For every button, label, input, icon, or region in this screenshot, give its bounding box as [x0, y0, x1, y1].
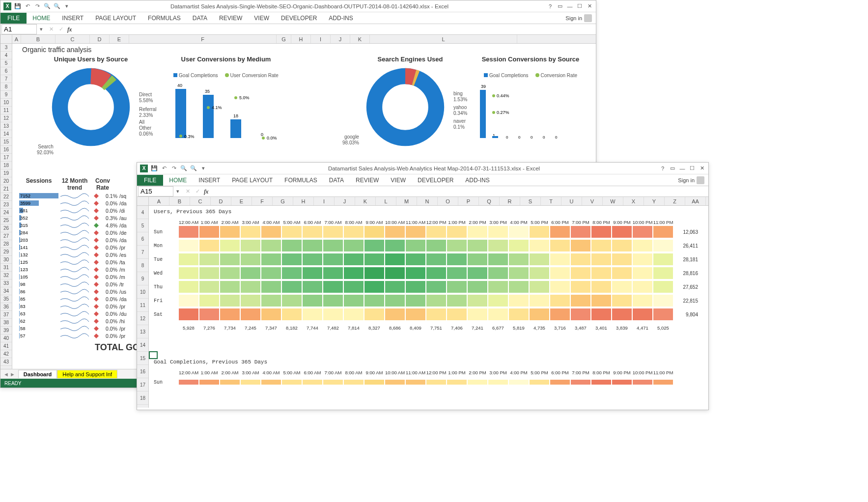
redo-icon[interactable]: ↷: [170, 165, 177, 172]
tab-view[interactable]: VIEW: [248, 13, 275, 24]
tab-page-layout[interactable]: PAGE LAYOUT: [89, 13, 142, 24]
ribbon-collapse-icon[interactable]: ▭: [668, 165, 677, 172]
sessions-table: Sessions 12 Month trend Conv Rate 71520.…: [19, 176, 136, 339]
close-icon[interactable]: ✕: [585, 2, 594, 10]
heatmap-row: Tue28,181: [154, 252, 698, 266]
svg-text:0.44%: 0.44%: [497, 93, 509, 98]
name-box-2[interactable]: [138, 186, 173, 196]
svg-text:4.1%: 4.1%: [212, 105, 222, 110]
tab-review[interactable]: REVIEW: [213, 13, 248, 24]
name-box[interactable]: [1, 24, 37, 34]
tab-next-icon[interactable]: ►: [10, 371, 15, 377]
svg-text:0: 0: [555, 135, 558, 139]
tab-developer[interactable]: DEVELOPER: [275, 13, 323, 24]
enter-formula-icon[interactable]: ✓: [194, 188, 201, 195]
tab-addins[interactable]: ADD-INS: [323, 13, 359, 24]
redo-icon[interactable]: ↷: [34, 3, 41, 10]
tab-developer[interactable]: DEVELOPER: [412, 175, 459, 186]
tab-formulas[interactable]: FORMULAS: [142, 13, 187, 24]
sheet-tab-dashboard[interactable]: Dashboard: [18, 370, 57, 378]
undo-icon[interactable]: ↶: [24, 3, 31, 10]
column-headers-2[interactable]: ABCDEFGHIJKLMNOPQRSTUVWXYZAA: [137, 197, 708, 206]
zoom-in-icon[interactable]: 🔍: [54, 3, 60, 10]
tab-page-layout[interactable]: PAGE LAYOUT: [226, 175, 279, 186]
enter-formula-icon[interactable]: ✓: [57, 26, 64, 33]
session-row: 580.0%/pr: [19, 325, 136, 332]
tab-prev-icon[interactable]: ◄: [3, 371, 9, 377]
tab-file[interactable]: FILE: [137, 175, 163, 186]
svg-point-7: [207, 106, 210, 109]
tab-home[interactable]: HOME: [163, 175, 193, 186]
close-icon[interactable]: ✕: [698, 165, 706, 172]
session-row: 3520.3%/au: [19, 214, 136, 222]
ribbon-tabs: FILE HOME INSERT PAGE LAYOUT FORMULAS DA…: [0, 12, 596, 24]
excel-logo-icon: X: [3, 2, 11, 10]
session-row: 620.0%/hi: [19, 317, 136, 325]
heatmap-row: Sun12,063: [154, 225, 698, 239]
svg-text:0.3%: 0.3%: [184, 134, 195, 139]
zoom-in-icon[interactable]: 🔍: [190, 165, 197, 172]
ribbon-collapse-icon[interactable]: ▭: [556, 2, 564, 10]
svg-text:40: 40: [177, 83, 182, 88]
tab-data[interactable]: DATA: [323, 175, 350, 186]
formula-input[interactable]: [75, 26, 593, 33]
svg-text:0: 0: [518, 135, 521, 139]
formula-input-2[interactable]: [211, 188, 705, 195]
save-icon[interactable]: 💾: [151, 165, 158, 172]
tab-file[interactable]: FILE: [0, 13, 27, 24]
title-bar-2: X 💾 ↶ ↷ 🔍 🔍 ▾ Datamartist Sales Analysis…: [137, 163, 708, 174]
cancel-formula-icon[interactable]: ✕: [48, 26, 55, 33]
heatmap-row: Mon26,411: [154, 239, 698, 252]
session-row: 570.0%/pr: [19, 332, 136, 339]
chart-title-bars1: User Conversions by Medium: [165, 56, 287, 63]
save-icon[interactable]: 💾: [14, 3, 21, 10]
worksheet-2[interactable]: Users, Previous 365 Days 12:00 AM1:00 AM…: [149, 206, 708, 408]
name-dropdown-icon[interactable]: ▾: [174, 188, 181, 195]
tab-formulas[interactable]: FORMULAS: [279, 175, 323, 186]
tab-addins[interactable]: ADD-INS: [459, 175, 495, 186]
maximize-icon[interactable]: ☐: [575, 2, 584, 10]
column-headers[interactable]: ABCDEFGHIJKL: [0, 35, 596, 44]
session-row: 860.0%/us: [19, 288, 136, 295]
svg-text:0: 0: [543, 135, 545, 139]
name-dropdown-icon[interactable]: ▾: [38, 26, 45, 33]
row-headers[interactable]: 3456789101112131415161718192021222324252…: [0, 44, 12, 377]
session-row: 830.0%/pr: [19, 303, 136, 310]
tab-home[interactable]: HOME: [27, 13, 56, 24]
tab-insert[interactable]: INSERT: [56, 13, 89, 24]
cancel-formula-icon[interactable]: ✕: [184, 188, 191, 195]
zoom-out-icon[interactable]: 🔍: [180, 165, 187, 172]
svg-rect-24: [492, 136, 498, 138]
fx-icon[interactable]: fx: [67, 26, 72, 33]
minimize-icon[interactable]: —: [565, 2, 574, 10]
qat-dropdown-icon[interactable]: ▾: [63, 3, 70, 10]
callout-yahoo: yahoo0.34%: [453, 105, 467, 116]
tab-insert[interactable]: INSERT: [193, 175, 226, 186]
session-row: 71520.1%/sq: [19, 192, 136, 199]
help-icon[interactable]: ?: [546, 2, 555, 10]
report-title: Organic traffic analysis: [22, 46, 91, 54]
signin-link[interactable]: Sign in: [674, 176, 708, 184]
undo-icon[interactable]: ↶: [161, 165, 168, 172]
minimize-icon[interactable]: —: [678, 165, 687, 172]
session-row: 1050.0%/m: [19, 273, 136, 280]
bar-chart-medium: 40 0.3% 35 4.1% 18 5.0% 0 0.0%: [165, 78, 287, 147]
fx-icon[interactable]: fx: [204, 188, 208, 195]
help-icon[interactable]: ?: [658, 165, 667, 172]
sheet-tab-help[interactable]: Help and Support Inf: [57, 370, 117, 378]
row-headers-2[interactable]: 45678910111213141516171819: [137, 206, 149, 408]
qat-dropdown-icon[interactable]: ▾: [200, 165, 207, 172]
header-rate: Conv Rate: [91, 176, 114, 192]
session-row: 1410.0%/pr: [19, 244, 136, 251]
maximize-icon[interactable]: ☐: [688, 165, 697, 172]
tab-view[interactable]: VIEW: [385, 175, 412, 186]
svg-text:35: 35: [205, 89, 210, 94]
zoom-out-icon[interactable]: 🔍: [44, 3, 51, 10]
window-title: Datamartist Sales Analysis-Single-Websit…: [73, 3, 546, 9]
session-row: 630.0%/du: [19, 310, 136, 317]
session-row: 980.0%/tr: [19, 280, 136, 288]
tab-data[interactable]: DATA: [187, 13, 213, 24]
session-row: 6810.0%/di: [19, 207, 136, 214]
tab-review[interactable]: REVIEW: [350, 175, 385, 186]
signin-link[interactable]: Sign in: [561, 14, 596, 22]
